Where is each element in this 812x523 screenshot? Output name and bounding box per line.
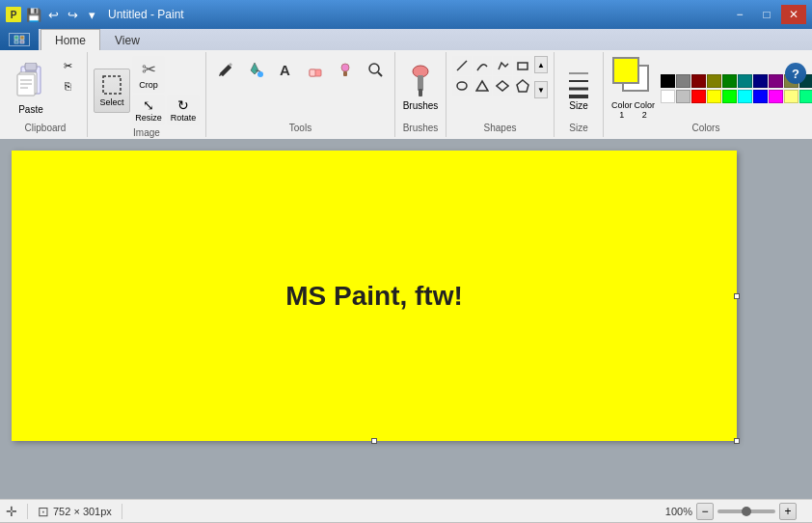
- canvas-wrapper: MS Paint, ftw!: [12, 151, 737, 441]
- zoom-in-btn[interactable]: +: [779, 503, 797, 520]
- color-swatch-1-0[interactable]: [661, 90, 675, 103]
- size-btn[interactable]: Size: [560, 56, 597, 114]
- color-picker-btn[interactable]: [332, 56, 359, 83]
- svg-rect-12: [103, 76, 121, 94]
- window-title: Untitled - Paint: [108, 8, 184, 21]
- save-quick-btn[interactable]: 💾: [25, 6, 42, 23]
- color-swatch-1-8[interactable]: [784, 90, 798, 103]
- resize-handle-br[interactable]: [734, 438, 740, 444]
- color-swatch-0-6[interactable]: [753, 74, 768, 88]
- color-swatch-1-9[interactable]: [799, 90, 812, 103]
- resize-handle-bm[interactable]: [371, 438, 377, 444]
- shape-curve[interactable]: [473, 56, 492, 75]
- color1-box[interactable]: [612, 57, 639, 84]
- tab-home[interactable]: Home: [41, 29, 100, 50]
- brushes-btn[interactable]: Brushes: [401, 56, 440, 114]
- select-icon: [101, 74, 122, 96]
- copy-btn[interactable]: ⎘: [54, 76, 81, 96]
- magnifier-icon: [366, 61, 384, 78]
- canvas-size-status: ⊡ 752 × 301px: [38, 504, 122, 519]
- resize-handle-rm[interactable]: [734, 293, 740, 299]
- shape-line[interactable]: [452, 56, 472, 75]
- undo-quick-btn[interactable]: ↩: [44, 6, 62, 23]
- pencil-btn[interactable]: [212, 56, 239, 83]
- size-label-group: Size: [560, 121, 597, 135]
- eraser-icon: [307, 61, 324, 78]
- svg-marker-28: [476, 81, 488, 91]
- fill-btn[interactable]: [242, 56, 269, 83]
- crop-icon: ✂: [142, 59, 156, 80]
- color-boxes: [612, 57, 655, 97]
- customize-quick-btn[interactable]: ▾: [83, 6, 100, 23]
- color2-btn[interactable]: Color 2: [635, 101, 656, 121]
- shapes-scroll-up[interactable]: ▲: [534, 56, 548, 73]
- app-menu-btn[interactable]: [0, 29, 39, 50]
- title-bar: P 💾 ↩ ↪ ▾ Untitled - Paint − □ ✕: [0, 0, 812, 29]
- rotate-label: Rotate: [171, 113, 197, 123]
- rotate-btn[interactable]: ↻ Rotate: [167, 95, 200, 125]
- shape-triangle[interactable]: [473, 76, 492, 96]
- size-group: Size Size: [555, 52, 604, 137]
- color-swatch-0-5[interactable]: [738, 74, 752, 88]
- color-swatch-0-1[interactable]: [676, 74, 690, 88]
- size-label: Size: [569, 100, 587, 111]
- size-group-content: Size: [560, 54, 597, 121]
- color1-btn[interactable]: Color 1: [611, 101, 633, 121]
- svg-point-18: [341, 64, 349, 71]
- color-swatch-1-4[interactable]: [722, 90, 737, 103]
- brushes-group-content: Brushes: [401, 54, 440, 121]
- text-btn[interactable]: A: [272, 56, 299, 83]
- svg-text:A: A: [280, 62, 290, 78]
- tab-view[interactable]: View: [100, 29, 154, 50]
- paste-btn[interactable]: Paste: [10, 56, 52, 118]
- color-swatch-1-3[interactable]: [707, 90, 721, 103]
- image-group: Select ✂ Crop ⤡ Resize ↻: [88, 52, 206, 137]
- svg-point-27: [457, 82, 467, 90]
- brushes-icon: [405, 62, 436, 100]
- shape-pentagon[interactable]: [513, 76, 532, 96]
- image-tools: ✂ Crop ⤡ Resize ↻ Rotate: [132, 56, 200, 125]
- colors-group: Color 1 Color 2: [604, 52, 808, 137]
- shape-diamond[interactable]: [493, 76, 512, 96]
- color-swatch-0-3[interactable]: [707, 74, 721, 88]
- shapes-scroll-down[interactable]: ▼: [534, 81, 548, 98]
- app-icon: P: [6, 7, 21, 22]
- svg-rect-1: [20, 36, 24, 40]
- maximize-btn[interactable]: □: [754, 5, 779, 24]
- color-swatch-1-6[interactable]: [753, 90, 768, 103]
- title-bar-left: P 💾 ↩ ↪ ▾ Untitled - Paint: [6, 6, 184, 23]
- redo-quick-btn[interactable]: ↪: [64, 6, 81, 23]
- zoom-slider[interactable]: [717, 509, 775, 513]
- color-swatch-1-5[interactable]: [738, 90, 752, 103]
- select-label: Select: [99, 97, 123, 107]
- color-swatch-1-2[interactable]: [691, 90, 706, 103]
- color-swatch-0-4[interactable]: [722, 74, 737, 88]
- resize-icon: ⤡: [143, 97, 154, 113]
- shape-rect[interactable]: [513, 56, 532, 75]
- eraser-btn[interactable]: [302, 56, 329, 83]
- close-btn[interactable]: ✕: [781, 5, 806, 24]
- zoom-out-btn[interactable]: −: [696, 503, 714, 520]
- minimize-btn[interactable]: −: [727, 5, 752, 24]
- crop-btn[interactable]: ✂ Crop: [132, 56, 165, 93]
- select-btn[interactable]: Select: [94, 69, 130, 113]
- paint-canvas[interactable]: MS Paint, ftw!: [12, 151, 737, 441]
- shape-ellipse[interactable]: [452, 76, 472, 96]
- cut-btn[interactable]: ✂: [54, 56, 81, 75]
- color-row-1: [661, 90, 812, 103]
- svg-rect-24: [419, 89, 422, 96]
- magnifier-btn[interactable]: [362, 56, 389, 83]
- resize-btn[interactable]: ⤡ Resize: [132, 95, 165, 125]
- color-swatch-0-0[interactable]: [661, 74, 675, 88]
- color-swatch-0-2[interactable]: [691, 74, 706, 88]
- help-btn[interactable]: ?: [785, 63, 806, 84]
- color-swatch-0-7[interactable]: [769, 74, 783, 88]
- svg-rect-2: [14, 41, 18, 43]
- color1-label: Color: [611, 100, 633, 110]
- shape-freeform[interactable]: [493, 56, 512, 75]
- clipboard-group: Paste ✂ ⎘ Clipboard: [4, 52, 88, 137]
- tools-group: A: [206, 52, 395, 137]
- shapes-grid: [452, 56, 532, 96]
- color-swatch-1-1[interactable]: [676, 90, 690, 103]
- color-swatch-1-7[interactable]: [769, 90, 783, 103]
